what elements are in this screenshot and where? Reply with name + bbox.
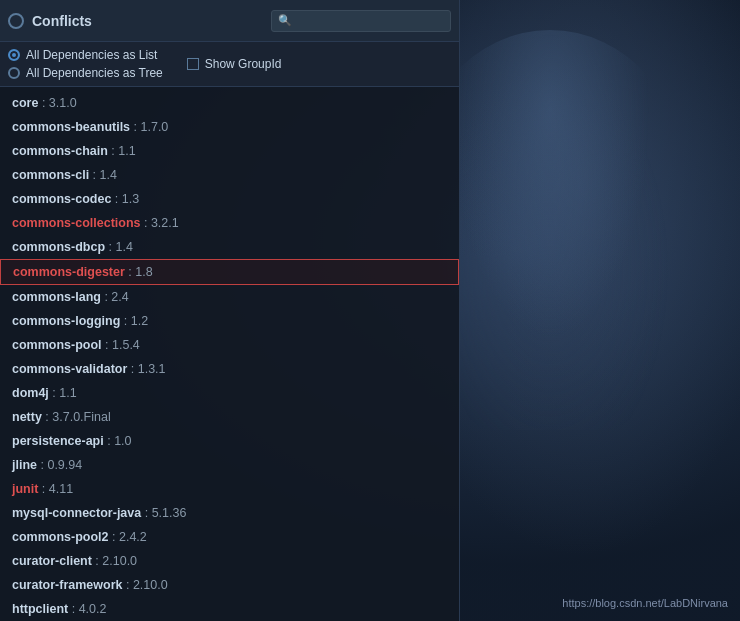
dep-name: dom4j: [12, 386, 49, 400]
dep-name: commons-codec: [12, 192, 111, 206]
checkbox-groupid[interactable]: Show GroupId: [187, 57, 282, 71]
list-item[interactable]: commons-cli : 1.4: [0, 163, 459, 187]
dep-version: 1.1: [59, 386, 76, 400]
dep-name: mysql-connector-java: [12, 506, 141, 520]
dep-version: 1.2: [131, 314, 148, 328]
dep-version: 3.7.0.Final: [52, 410, 110, 424]
dep-version: 1.3: [122, 192, 139, 206]
dep-version: 1.4: [115, 240, 132, 254]
dep-separator: :: [125, 265, 135, 279]
dep-separator: :: [38, 482, 48, 496]
list-item[interactable]: commons-chain : 1.1: [0, 139, 459, 163]
list-item[interactable]: commons-collections : 3.2.1: [0, 211, 459, 235]
watermark: https://blog.csdn.net/LabDNirvana: [562, 597, 728, 609]
dep-version: 2.4: [111, 290, 128, 304]
list-item[interactable]: jline : 0.9.94: [0, 453, 459, 477]
search-input[interactable]: [296, 14, 444, 28]
dep-name: junit: [12, 482, 38, 496]
dep-separator: :: [101, 290, 111, 304]
dep-version: 5.1.36: [152, 506, 187, 520]
dep-version: 1.1: [118, 144, 135, 158]
search-box[interactable]: 🔍: [271, 10, 451, 32]
radio-tree-label: All Dependencies as Tree: [26, 66, 163, 80]
dep-version: 1.0: [114, 434, 131, 448]
dep-name: commons-chain: [12, 144, 108, 158]
dep-separator: :: [109, 530, 119, 544]
list-item[interactable]: commons-logging : 1.2: [0, 309, 459, 333]
dep-version: 1.3.1: [138, 362, 166, 376]
dep-name: core: [12, 96, 38, 110]
list-item[interactable]: core : 3.1.0: [0, 91, 459, 115]
conflicts-panel: Conflicts 🔍 All Dependencies as List All…: [0, 0, 460, 621]
dep-name: commons-pool2: [12, 530, 109, 544]
list-item[interactable]: mysql-connector-java : 5.1.36: [0, 501, 459, 525]
checkbox-groupid-box: [187, 58, 199, 70]
dep-name: commons-validator: [12, 362, 127, 376]
list-item[interactable]: commons-pool : 1.5.4: [0, 333, 459, 357]
dep-name: commons-digester: [13, 265, 125, 279]
dep-name: commons-cli: [12, 168, 89, 182]
dep-version: 2.10.0: [102, 554, 137, 568]
list-item[interactable]: curator-framework : 2.10.0: [0, 573, 459, 597]
dep-version: 1.8: [135, 265, 152, 279]
dep-name: commons-pool: [12, 338, 102, 352]
dep-name: curator-client: [12, 554, 92, 568]
toolbar: All Dependencies as List All Dependencie…: [0, 42, 459, 87]
dep-name: netty: [12, 410, 42, 424]
dep-separator: :: [122, 578, 132, 592]
list-item[interactable]: httpclient : 4.0.2: [0, 597, 459, 621]
dep-version: 2.10.0: [133, 578, 168, 592]
list-item[interactable]: commons-pool2 : 2.4.2: [0, 525, 459, 549]
dep-name: persistence-api: [12, 434, 104, 448]
dep-name: commons-collections: [12, 216, 141, 230]
dep-name: httpclient: [12, 602, 68, 616]
dep-name: commons-logging: [12, 314, 120, 328]
list-item[interactable]: dom4j : 1.1: [0, 381, 459, 405]
list-item[interactable]: netty : 3.7.0.Final: [0, 405, 459, 429]
dep-separator: :: [38, 96, 48, 110]
dep-version: 1.4: [100, 168, 117, 182]
radio-tree[interactable]: All Dependencies as Tree: [8, 66, 163, 80]
dep-separator: :: [37, 458, 47, 472]
dep-name: commons-dbcp: [12, 240, 105, 254]
radio-list[interactable]: All Dependencies as List: [8, 48, 163, 62]
list-item[interactable]: commons-digester : 1.8: [0, 259, 459, 285]
list-item[interactable]: junit : 4.11: [0, 477, 459, 501]
radio-tree-circle: [8, 67, 20, 79]
dep-separator: :: [42, 410, 52, 424]
dep-separator: :: [104, 434, 114, 448]
dependency-list[interactable]: core : 3.1.0commons-beanutils : 1.7.0com…: [0, 87, 459, 621]
radio-list-circle: [8, 49, 20, 61]
dep-version: 4.11: [49, 482, 73, 496]
dep-separator: :: [89, 168, 99, 182]
dep-version: 4.0.2: [79, 602, 107, 616]
dep-separator: :: [108, 144, 118, 158]
list-item[interactable]: commons-codec : 1.3: [0, 187, 459, 211]
dep-separator: :: [92, 554, 102, 568]
panel-icon: [8, 13, 24, 29]
list-item[interactable]: curator-client : 2.10.0: [0, 549, 459, 573]
list-item[interactable]: commons-dbcp : 1.4: [0, 235, 459, 259]
dep-version: 1.7.0: [141, 120, 169, 134]
dep-name: commons-beanutils: [12, 120, 130, 134]
panel-header: Conflicts 🔍: [0, 0, 459, 42]
dep-version: 3.1.0: [49, 96, 77, 110]
dep-name: curator-framework: [12, 578, 122, 592]
dep-name: commons-lang: [12, 290, 101, 304]
dep-separator: :: [127, 362, 137, 376]
dep-name: jline: [12, 458, 37, 472]
dep-separator: :: [102, 338, 112, 352]
dep-separator: :: [120, 314, 130, 328]
list-item[interactable]: commons-beanutils : 1.7.0: [0, 115, 459, 139]
dep-separator: :: [68, 602, 78, 616]
list-item[interactable]: commons-validator : 1.3.1: [0, 357, 459, 381]
panel-title: Conflicts: [32, 13, 92, 29]
dep-version: 0.9.94: [47, 458, 82, 472]
radio-list-label: All Dependencies as List: [26, 48, 157, 62]
dep-separator: :: [49, 386, 59, 400]
dep-separator: :: [141, 216, 151, 230]
list-item[interactable]: commons-lang : 2.4: [0, 285, 459, 309]
dep-version: 3.2.1: [151, 216, 179, 230]
list-item[interactable]: persistence-api : 1.0: [0, 429, 459, 453]
dep-version: 2.4.2: [119, 530, 147, 544]
